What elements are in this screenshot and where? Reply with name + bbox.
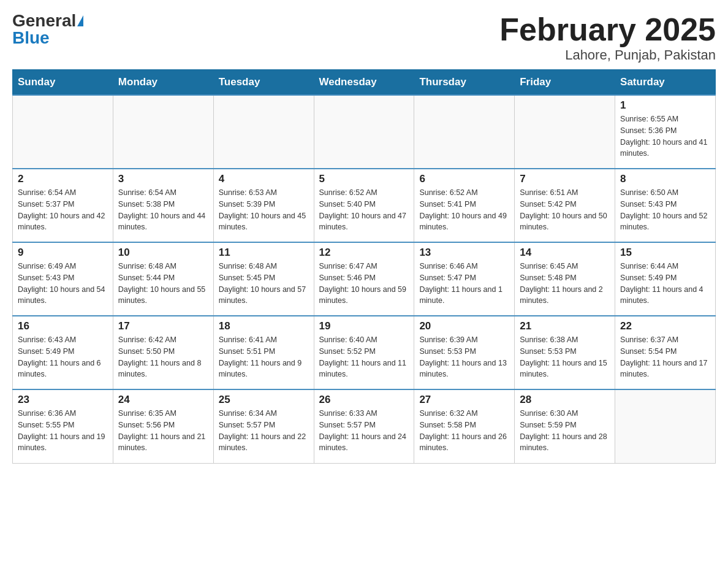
calendar-header-sunday: Sunday [13,70,113,96]
calendar-cell: 13Sunrise: 6:46 AMSunset: 5:47 PMDayligh… [414,242,515,316]
month-title: February 2025 [499,12,716,47]
day-info: Sunrise: 6:33 AMSunset: 5:57 PMDaylight:… [319,408,409,454]
calendar-cell [615,389,716,463]
day-number: 6 [419,173,509,185]
title-block: February 2025 Lahore, Punjab, Pakistan [499,12,716,63]
day-info: Sunrise: 6:40 AMSunset: 5:52 PMDaylight:… [319,334,409,380]
day-info: Sunrise: 6:30 AMSunset: 5:59 PMDaylight:… [520,408,610,454]
day-info: Sunrise: 6:49 AMSunset: 5:43 PMDaylight:… [18,261,108,307]
calendar-week-row-3: 9Sunrise: 6:49 AMSunset: 5:43 PMDaylight… [13,242,716,316]
day-number: 22 [620,320,710,332]
day-number: 19 [319,320,409,332]
calendar-header-monday: Monday [113,70,213,96]
day-info: Sunrise: 6:45 AMSunset: 5:48 PMDaylight:… [520,261,610,307]
calendar-cell [13,95,113,169]
day-info: Sunrise: 6:48 AMSunset: 5:44 PMDaylight:… [118,261,208,307]
calendar-cell: 9Sunrise: 6:49 AMSunset: 5:43 PMDaylight… [13,242,113,316]
day-number: 24 [118,394,208,406]
calendar-cell: 2Sunrise: 6:54 AMSunset: 5:37 PMDaylight… [13,169,113,242]
calendar-header-thursday: Thursday [414,70,515,96]
calendar-cell: 3Sunrise: 6:54 AMSunset: 5:38 PMDaylight… [113,169,213,242]
calendar-cell: 5Sunrise: 6:52 AMSunset: 5:40 PMDaylight… [314,169,414,242]
calendar-cell: 18Sunrise: 6:41 AMSunset: 5:51 PMDayligh… [213,316,314,389]
calendar-cell: 17Sunrise: 6:42 AMSunset: 5:50 PMDayligh… [113,316,213,389]
day-info: Sunrise: 6:41 AMSunset: 5:51 PMDaylight:… [219,334,309,380]
day-number: 12 [319,247,409,259]
day-info: Sunrise: 6:42 AMSunset: 5:50 PMDaylight:… [118,334,208,380]
calendar-cell: 25Sunrise: 6:34 AMSunset: 5:57 PMDayligh… [213,389,314,463]
calendar-cell: 8Sunrise: 6:50 AMSunset: 5:43 PMDaylight… [615,169,716,242]
day-info: Sunrise: 6:46 AMSunset: 5:47 PMDaylight:… [419,261,509,307]
logo-general-text: General [12,12,76,29]
calendar-cell: 6Sunrise: 6:52 AMSunset: 5:41 PMDaylight… [414,169,515,242]
calendar-cell: 22Sunrise: 6:37 AMSunset: 5:54 PMDayligh… [615,316,716,389]
calendar-table: SundayMondayTuesdayWednesdayThursdayFrid… [12,69,716,464]
calendar-cell: 15Sunrise: 6:44 AMSunset: 5:49 PMDayligh… [615,242,716,316]
day-info: Sunrise: 6:54 AMSunset: 5:37 PMDaylight:… [18,187,108,233]
day-number: 3 [118,173,208,185]
calendar-cell: 14Sunrise: 6:45 AMSunset: 5:48 PMDayligh… [515,242,615,316]
day-number: 16 [18,320,108,332]
calendar-cell: 19Sunrise: 6:40 AMSunset: 5:52 PMDayligh… [314,316,414,389]
calendar-cell: 10Sunrise: 6:48 AMSunset: 5:44 PMDayligh… [113,242,213,316]
calendar-cell: 20Sunrise: 6:39 AMSunset: 5:53 PMDayligh… [414,316,515,389]
calendar-week-row-1: 1Sunrise: 6:55 AMSunset: 5:36 PMDaylight… [13,95,716,169]
calendar-cell: 4Sunrise: 6:53 AMSunset: 5:39 PMDaylight… [213,169,314,242]
calendar-week-row-4: 16Sunrise: 6:43 AMSunset: 5:49 PMDayligh… [13,316,716,389]
day-number: 15 [620,247,710,259]
day-number: 26 [319,394,409,406]
day-number: 27 [419,394,509,406]
day-info: Sunrise: 6:55 AMSunset: 5:36 PMDaylight:… [620,113,710,159]
day-info: Sunrise: 6:48 AMSunset: 5:45 PMDaylight:… [219,261,309,307]
day-info: Sunrise: 6:38 AMSunset: 5:53 PMDaylight:… [520,334,610,380]
day-number: 28 [520,394,610,406]
calendar-cell: 1Sunrise: 6:55 AMSunset: 5:36 PMDaylight… [615,95,716,169]
calendar-cell [414,95,515,169]
calendar-week-row-2: 2Sunrise: 6:54 AMSunset: 5:37 PMDaylight… [13,169,716,242]
day-number: 21 [520,320,610,332]
day-number: 2 [18,173,108,185]
day-number: 8 [620,173,710,185]
logo-triangle-icon [77,15,83,26]
day-number: 1 [620,99,710,112]
day-info: Sunrise: 6:52 AMSunset: 5:41 PMDaylight:… [419,187,509,233]
logo-blue-text: Blue [12,29,50,47]
calendar-cell: 24Sunrise: 6:35 AMSunset: 5:56 PMDayligh… [113,389,213,463]
calendar-cell: 16Sunrise: 6:43 AMSunset: 5:49 PMDayligh… [13,316,113,389]
day-info: Sunrise: 6:51 AMSunset: 5:42 PMDaylight:… [520,187,610,233]
calendar-week-row-5: 23Sunrise: 6:36 AMSunset: 5:55 PMDayligh… [13,389,716,463]
day-info: Sunrise: 6:53 AMSunset: 5:39 PMDaylight:… [219,187,309,233]
day-info: Sunrise: 6:52 AMSunset: 5:40 PMDaylight:… [319,187,409,233]
day-number: 5 [319,173,409,185]
day-number: 9 [18,247,108,259]
calendar-cell: 28Sunrise: 6:30 AMSunset: 5:59 PMDayligh… [515,389,615,463]
calendar-cell: 27Sunrise: 6:32 AMSunset: 5:58 PMDayligh… [414,389,515,463]
day-info: Sunrise: 6:50 AMSunset: 5:43 PMDaylight:… [620,187,710,233]
day-number: 14 [520,247,610,259]
day-number: 17 [118,320,208,332]
day-number: 25 [219,394,309,406]
day-number: 11 [219,247,309,259]
day-number: 20 [419,320,509,332]
calendar-cell: 21Sunrise: 6:38 AMSunset: 5:53 PMDayligh… [515,316,615,389]
day-number: 10 [118,247,208,259]
calendar-cell [314,95,414,169]
calendar-cell: 11Sunrise: 6:48 AMSunset: 5:45 PMDayligh… [213,242,314,316]
calendar-cell [213,95,314,169]
day-info: Sunrise: 6:43 AMSunset: 5:49 PMDaylight:… [18,334,108,380]
day-info: Sunrise: 6:32 AMSunset: 5:58 PMDaylight:… [419,408,509,454]
day-number: 13 [419,247,509,259]
calendar-header-wednesday: Wednesday [314,70,414,96]
calendar-header-row: SundayMondayTuesdayWednesdayThursdayFrid… [13,70,716,96]
calendar-cell [113,95,213,169]
calendar-cell: 12Sunrise: 6:47 AMSunset: 5:46 PMDayligh… [314,242,414,316]
day-info: Sunrise: 6:36 AMSunset: 5:55 PMDaylight:… [18,408,108,454]
calendar-header-saturday: Saturday [615,70,716,96]
day-info: Sunrise: 6:39 AMSunset: 5:53 PMDaylight:… [419,334,509,380]
day-info: Sunrise: 6:35 AMSunset: 5:56 PMDaylight:… [118,408,208,454]
location-text: Lahore, Punjab, Pakistan [499,47,716,63]
logo: General Blue [12,12,83,47]
page-header: General Blue February 2025 Lahore, Punja… [12,12,716,63]
day-number: 7 [520,173,610,185]
calendar-cell: 23Sunrise: 6:36 AMSunset: 5:55 PMDayligh… [13,389,113,463]
